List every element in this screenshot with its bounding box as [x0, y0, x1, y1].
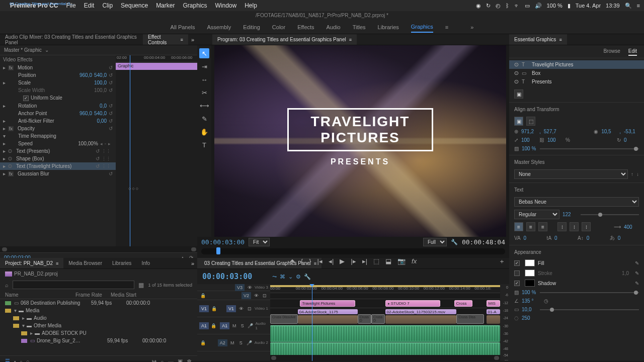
ec-pos-y[interactable]: 540,0	[94, 72, 107, 78]
ec-anchor-x[interactable]: 960,0	[79, 111, 92, 116]
slip-tool-icon[interactable]: ⟷	[199, 101, 209, 111]
add-marker-icon[interactable]: ⬘	[290, 257, 295, 265]
step-forward-icon[interactable]: |▸	[351, 257, 356, 265]
eyedropper-icon[interactable]: ✎	[635, 260, 639, 266]
menu-window[interactable]: Window	[215, 2, 237, 9]
export-frame-icon[interactable]: 📷	[397, 257, 406, 265]
sync-down-icon[interactable]: ↓	[636, 171, 639, 177]
tab-program[interactable]: Program: 03 Creating Titles and Essentia…	[212, 34, 357, 45]
reset-icon[interactable]: ↺	[109, 171, 113, 176]
track-header-v1[interactable]: V1🔒V1👁⊡Video 1	[197, 300, 270, 317]
cc-icon[interactable]: ◉	[476, 3, 481, 9]
ec-af-val[interactable]: 0,00	[97, 118, 107, 124]
shadow-distance-slider[interactable]	[540, 309, 639, 310]
drag-icon[interactable]: ⋮⋮	[102, 156, 111, 161]
clip-audio-1[interactable]	[270, 325, 500, 342]
shadow-checkbox[interactable]	[514, 281, 520, 286]
menu-edit[interactable]: Edit	[84, 2, 95, 9]
clip-v1-thumb2[interactable]	[385, 315, 457, 324]
align-to-selection-icon[interactable]: ⬚	[526, 117, 535, 126]
track-header-a1[interactable]: A1🔒A1MS🎤Audio 1	[197, 317, 270, 334]
reset-icon[interactable]: ↺	[96, 156, 100, 161]
fill-swatch[interactable]	[525, 259, 535, 266]
ws-graphics[interactable]: Graphics	[411, 22, 433, 33]
ec-rot-val[interactable]: 0,0	[100, 103, 107, 109]
ec-clip-bar[interactable]: Graphic	[116, 63, 197, 70]
eg-pos-y[interactable]: 527,7	[544, 129, 559, 134]
resize-handle-icon[interactable]: ○○○	[128, 186, 139, 191]
master-style-select[interactable]: None	[514, 169, 628, 179]
hand-tool-icon[interactable]: ✋	[199, 127, 209, 137]
ws-overflow-icon[interactable]: »	[470, 24, 473, 30]
ws-menu-icon[interactable]: ≡	[445, 22, 448, 32]
link-icon[interactable]: ⌘	[280, 274, 285, 280]
shadow-opacity[interactable]: 100 %	[522, 290, 537, 295]
clip-v1-thumb3[interactable]	[487, 315, 500, 324]
ec-anchor-y[interactable]: 540,0	[94, 111, 107, 116]
track-v3[interactable]	[270, 293, 500, 299]
eg-opacity[interactable]: 100 %	[522, 146, 537, 151]
ws-titles[interactable]: Titles	[353, 22, 366, 32]
step-back-icon[interactable]: ◂|	[329, 257, 334, 265]
track-a1[interactable]	[270, 325, 500, 342]
fx-bypass-icon[interactable]: fx	[412, 257, 417, 265]
bluetooth-icon[interactable]: ᛒ	[506, 3, 509, 9]
grid-view-icon[interactable]: ▦	[138, 282, 144, 289]
tl-h-scrollbar[interactable]	[270, 355, 500, 361]
scrub-marker[interactable]	[216, 247, 220, 254]
ec-overflow-icon[interactable]: »	[188, 37, 197, 43]
add-kf-icon[interactable]: ◦	[105, 141, 106, 146]
timeline-tc[interactable]: 00:00:03:00	[202, 272, 252, 281]
ec-pos-x[interactable]: 960,0	[79, 72, 92, 78]
eg-scale[interactable]: 100	[521, 137, 536, 143]
clip-trans-crossdissolve[interactable]: Cross Dissolve	[270, 314, 298, 324]
track-v2[interactable]: Travelight Pictures ⬥ STUDIO 7 Cross MIS	[270, 299, 500, 308]
ws-assembly[interactable]: Assembly	[207, 22, 231, 32]
go-to-out-icon[interactable]: ▸|	[362, 257, 367, 265]
eye-icon[interactable]: 👁	[237, 306, 245, 311]
align-top-icon[interactable]: ⫶	[557, 222, 567, 231]
angle-dial-icon[interactable]: ◷	[544, 298, 548, 304]
reset-icon[interactable]: ↺	[109, 111, 113, 116]
eg-off-x[interactable]: 10,5	[601, 129, 616, 134]
align-bottom-icon[interactable]: ⫶	[582, 222, 591, 231]
clip-trans-3[interactable]: Cross D	[371, 314, 385, 324]
menu-extras-icon[interactable]: ≡	[637, 3, 640, 9]
ec-playhead[interactable]	[130, 55, 130, 246]
opacity-slider[interactable]	[540, 148, 639, 149]
ripple-tool-icon[interactable]: ↔	[199, 74, 209, 84]
new-layer-icon[interactable]: ▣	[514, 89, 523, 99]
auto-seq-icon[interactable]: ↦	[152, 358, 156, 362]
toggle-icon[interactable]: ▸	[3, 171, 8, 176]
eg-off-y[interactable]: -53,1	[624, 129, 639, 134]
ec-time-ruler[interactable]: 02:0000:00:04:0000:00:06:00	[116, 55, 197, 62]
marker-icon[interactable]: ⌄	[288, 274, 293, 280]
spotlight-icon[interactable]: 🔍	[625, 3, 632, 9]
clip-v1-thumb1[interactable]	[298, 315, 358, 324]
trash-icon[interactable]: 🗑	[187, 358, 192, 363]
eg-pos-x[interactable]: 971,2	[521, 129, 536, 134]
time-machine-icon[interactable]: ◴	[496, 3, 501, 9]
shadow-blur[interactable]: 250	[522, 315, 537, 321]
selection-tool-icon[interactable]: ↖	[199, 48, 209, 58]
volume-icon[interactable]: 🔊	[535, 3, 542, 9]
display-icon[interactable]: ▭	[525, 3, 530, 9]
reset-icon[interactable]: ↺	[109, 65, 113, 70]
ws-effects[interactable]: Effects	[297, 22, 314, 32]
eg-layer-travelight[interactable]: ⵙTTravelight Pictures	[509, 60, 644, 69]
col-framerate[interactable]: Frame Rate	[75, 292, 111, 298]
shadow-swatch[interactable]	[525, 280, 535, 287]
clip-gfx-studio[interactable]: ⬥ STUDIO 7	[385, 300, 441, 307]
ws-audio[interactable]: Audio	[327, 22, 341, 32]
reset-icon[interactable]: ↺	[96, 148, 100, 154]
timeline-playhead[interactable]	[312, 284, 312, 361]
shadow-opacity-slider[interactable]	[540, 292, 639, 293]
align-to-video-icon[interactable]: ▣	[514, 117, 523, 126]
pen-tool-icon[interactable]: ✎	[199, 114, 209, 124]
size-slider[interactable]	[581, 214, 639, 215]
ws-libraries[interactable]: Libraries	[378, 22, 399, 32]
shadow-distance[interactable]: 10,0	[522, 307, 537, 312]
new-item-icon[interactable]: ▣	[178, 358, 183, 362]
razor-tool-icon[interactable]: ✂	[199, 87, 209, 98]
go-to-in-icon[interactable]: |◂	[317, 257, 323, 265]
